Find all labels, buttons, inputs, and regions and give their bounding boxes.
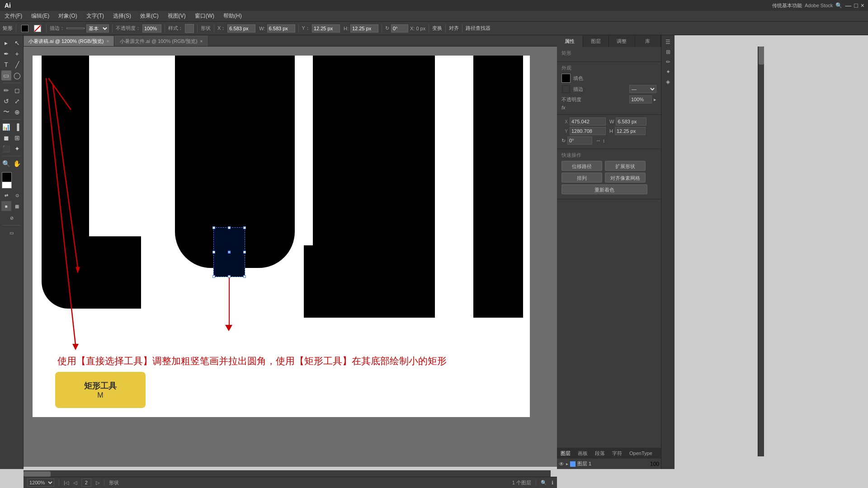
stroke-weight-select[interactable]: — <box>629 85 656 93</box>
nav-prev[interactable]: ◁ <box>73 480 77 486</box>
vscroll-thumb[interactable] <box>759 47 764 65</box>
menu-effect[interactable]: 效果(C) <box>136 11 163 21</box>
window-close[interactable]: × <box>861 2 864 9</box>
opacity-prop-input[interactable]: 100% <box>629 95 652 103</box>
nav-first[interactable]: |◁ <box>64 480 69 486</box>
page-input[interactable] <box>81 479 91 487</box>
window-icon-search[interactable]: 🔍 <box>835 2 842 9</box>
menu-view[interactable]: 视图(V) <box>163 11 190 21</box>
eraser-tool[interactable]: ◻ <box>12 85 22 95</box>
horizontal-scrollbar[interactable] <box>24 470 551 477</box>
canvas-content[interactable]: 使用【直接选择工具】调整加粗竖笔画并拉出圆角，使用【矩形工具】在其底部绘制小的矩… <box>24 47 557 467</box>
menu-object[interactable]: 对象(O) <box>54 11 81 21</box>
symbol-tool[interactable]: ✦ <box>12 144 22 154</box>
pathfinder-label[interactable]: 路径查找器 <box>466 25 491 32</box>
rotate-tool[interactable]: ↺ <box>1 96 11 106</box>
w-input[interactable] <box>267 24 295 33</box>
transform-label[interactable]: 变换 <box>432 25 442 32</box>
fill-color-swatch[interactable] <box>21 25 28 32</box>
menu-edit[interactable]: 编辑(E) <box>27 11 54 21</box>
swap-colors[interactable]: ⇄ <box>1 190 11 200</box>
y-prop-input[interactable]: 1280.708 <box>570 127 606 135</box>
gradient-tool[interactable]: ◼ <box>1 133 11 143</box>
handle-bottom-left[interactable] <box>212 275 215 278</box>
vertical-scrollbar[interactable] <box>758 47 764 456</box>
stroke-control[interactable] <box>32 24 43 33</box>
graph-tool[interactable]: 📊 <box>1 122 11 132</box>
handle-top-mid[interactable] <box>228 226 231 229</box>
handle-bottom-right[interactable] <box>243 275 246 278</box>
ellipse-tool[interactable]: ◯ <box>12 70 22 80</box>
zoom-select[interactable]: 1200% <box>27 479 54 487</box>
tab-1-close[interactable]: × <box>200 39 203 44</box>
h-input[interactable] <box>350 24 378 33</box>
hand-tool[interactable]: ✋ <box>12 159 22 169</box>
fx-label[interactable]: fx <box>561 105 566 110</box>
fill-control[interactable] <box>19 24 30 33</box>
pencil-tool[interactable]: ✏ <box>1 85 11 95</box>
align-pixel-btn[interactable]: 位移路径 <box>561 161 602 171</box>
status-info[interactable]: ℹ <box>552 480 553 486</box>
menu-window[interactable]: 窗口(W) <box>190 11 219 21</box>
menu-select[interactable]: 选择(S) <box>108 11 136 21</box>
mesh-tool[interactable]: ⊞ <box>12 133 22 143</box>
pen-tool[interactable]: ✒ <box>1 49 11 59</box>
rotation-prop-input[interactable] <box>567 136 592 145</box>
opacity-input[interactable] <box>142 24 161 33</box>
x-prop-input[interactable]: 475.042 <box>570 117 606 126</box>
layer-tab-opentype[interactable]: OpenType <box>626 448 656 459</box>
layer-expand-icon[interactable]: ▸ <box>566 461 568 466</box>
status-search[interactable]: 🔍 <box>541 480 547 486</box>
h-prop-input[interactable] <box>615 127 646 135</box>
layers-icon[interactable]: ⊞ <box>666 49 670 55</box>
align-label[interactable]: 对齐 <box>449 25 459 32</box>
add-anchor-tool[interactable]: + <box>12 49 22 59</box>
selection-tool[interactable]: ▸ <box>1 38 11 48</box>
properties-panel-icon[interactable]: ☰ <box>665 39 670 45</box>
line-tool[interactable]: ╱ <box>12 60 22 70</box>
tab-0-close[interactable]: × <box>106 39 109 44</box>
stroke-profile-dropdown[interactable]: 基本 <box>86 24 109 33</box>
fill-swatch[interactable] <box>561 74 571 83</box>
direct-selection-tool[interactable]: ↖ <box>12 38 22 48</box>
puppet-warp[interactable]: ⊕ <box>12 107 22 117</box>
menu-file[interactable]: 文件(F) <box>0 11 27 21</box>
tab-layers-panel[interactable]: 图层 <box>583 35 609 47</box>
simplify-btn[interactable]: 排列 <box>561 173 602 183</box>
tab-library[interactable]: 库 <box>635 35 661 47</box>
handle-top-right[interactable] <box>243 226 246 229</box>
solid-color-btn[interactable]: ■ <box>1 201 11 211</box>
stroke-swatch-wrapper[interactable] <box>561 84 571 94</box>
window-minimize[interactable]: — <box>845 2 851 9</box>
handle-center[interactable] <box>228 251 231 253</box>
graphic-styles-icon[interactable]: ◈ <box>666 79 670 85</box>
window-maximize[interactable]: □ <box>854 2 858 9</box>
scale-tool[interactable]: ⤢ <box>12 96 22 106</box>
brush-icon[interactable]: ✏ <box>666 59 670 65</box>
menu-help[interactable]: 帮助(H) <box>219 11 246 21</box>
layer-visibility-icon[interactable]: 👁 <box>559 461 564 467</box>
type-tool[interactable]: T <box>1 60 11 70</box>
recolor-btn[interactable]: 重新着色 <box>561 184 647 194</box>
pixel-grid-btn[interactable]: 对齐像素网格 <box>605 173 646 183</box>
expand-btn[interactable]: 扩展形状 <box>605 161 646 171</box>
fill-indicator[interactable] <box>2 172 12 182</box>
opacity-expand-icon[interactable]: ▸ <box>654 97 656 103</box>
rectangle-tool[interactable]: ▭ <box>1 70 11 80</box>
symbol-icon[interactable]: ✦ <box>666 69 670 75</box>
layer-tab-para[interactable]: 段落 <box>591 448 609 459</box>
layer-tab-layers[interactable]: 图层 <box>557 448 574 459</box>
default-colors[interactable]: ⊙ <box>12 190 22 200</box>
zoom-tool[interactable]: 🔍 <box>1 159 11 169</box>
blend-tool[interactable]: ⬛ <box>1 144 11 154</box>
handle-mid-right[interactable] <box>243 251 246 253</box>
w-prop-input[interactable] <box>616 117 646 126</box>
warp-tool[interactable]: 〜 <box>1 107 11 117</box>
adobe-stock-link[interactable]: Adobe Stock <box>805 3 833 8</box>
tab-1[interactable]: 小暑源文件.ai @ 100% (RGB/预览) × <box>115 36 208 46</box>
nav-next[interactable]: ▷ <box>96 480 99 486</box>
hscroll-thumb[interactable] <box>24 471 51 477</box>
artboard-tool[interactable]: ▭ <box>7 228 17 238</box>
layer-tab-artboards[interactable]: 画板 <box>574 448 591 459</box>
x-input[interactable]: 6.583 px <box>227 24 255 33</box>
